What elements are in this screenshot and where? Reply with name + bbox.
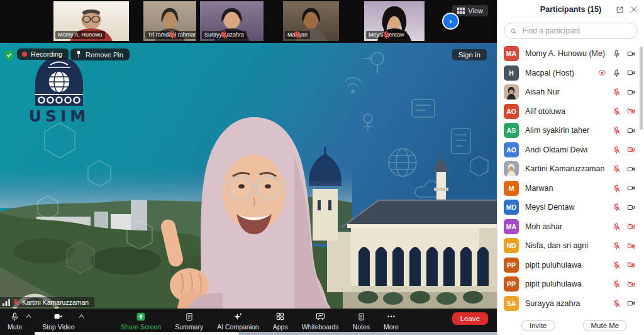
- participant-name: Surayya azahra: [525, 299, 580, 308]
- participants-scrollbar[interactable]: [640, 47, 643, 130]
- usim-logo-text: USIM: [29, 107, 90, 125]
- toolbar-share-screen[interactable]: Share Screen: [121, 310, 161, 331]
- camera-on-icon: [626, 69, 636, 77]
- participants-title: Participants (15): [540, 5, 601, 14]
- mic-muted-icon: [613, 126, 621, 135]
- recording-badge[interactable]: Recording: [17, 48, 69, 60]
- toolbar-notes-label: Notes: [353, 323, 370, 331]
- participant-row[interactable]: ASAlim syakirin taher: [497, 121, 644, 140]
- participant-row[interactable]: AOAlif otoluwa: [497, 102, 644, 122]
- toolbar-more-label: More: [384, 323, 399, 331]
- video-thumbnail[interactable]: Marwan: [283, 1, 339, 41]
- toolbar-mute[interactable]: Mute: [8, 310, 22, 331]
- toolbar-whiteboards[interactable]: Whiteboards: [302, 310, 339, 331]
- participant-row[interactable]: Aisah Nur: [497, 82, 644, 102]
- participant-status-icons: [613, 203, 644, 212]
- apps-icon: [275, 310, 285, 322]
- notes-icon: [357, 310, 365, 322]
- participant-row[interactable]: NDNisfa, dan sri agni: [497, 236, 644, 256]
- video-thumbnail[interactable]: Tri ramdani rahman: [143, 1, 196, 41]
- toolbar-stop-video[interactable]: Stop Video: [42, 310, 74, 331]
- participant-name: pipit puluhulawa: [525, 280, 582, 288]
- mic-muted-icon: [613, 222, 621, 231]
- mic-muted-icon: [13, 298, 19, 306]
- remove-pin-label: Remove Pin: [86, 51, 123, 59]
- thumbnail-name-label: Marwan: [285, 31, 310, 39]
- whiteboard-icon: [315, 310, 326, 322]
- meeting-toolbar: Mute Stop Video Share Screen Summary AI …: [0, 309, 497, 332]
- camera-off-icon: [626, 222, 636, 230]
- participant-avatar: M: [504, 181, 519, 196]
- participant-row[interactable]: PPpipit puluhulawa: [497, 256, 644, 275]
- participant-status-icons: [613, 241, 644, 250]
- participant-name: pipit puluhulawa: [525, 261, 582, 270]
- video-thumbnail[interactable]: Momy A. Hunowu: [53, 1, 129, 41]
- remove-pin-button[interactable]: Remove Pin: [70, 48, 130, 60]
- microphone-icon: [10, 310, 19, 322]
- video-thumbnail[interactable]: Surayya azahra: [200, 1, 264, 41]
- participant-name: Kartini Kamaruzzaman: [525, 164, 604, 173]
- toolbar-ai-companion-label: AI Companion: [217, 323, 259, 331]
- participants-header: Participants (15): [497, 0, 644, 19]
- toolbar-summary[interactable]: Summary: [175, 310, 203, 331]
- thumbnail-name-label: Momy A. Hunowu: [55, 31, 105, 39]
- participant-row[interactable]: AOAndi Oktami Dewi: [497, 140, 644, 160]
- participant-search-box[interactable]: [504, 23, 638, 39]
- search-icon: [510, 27, 518, 35]
- participant-row[interactable]: MMarwan: [497, 179, 644, 198]
- view-button[interactable]: View: [452, 5, 488, 16]
- mic-on-icon: [613, 69, 621, 77]
- toolbar-ai-companion[interactable]: AI Companion: [217, 310, 259, 331]
- participant-row[interactable]: MAMoh ashar: [497, 217, 644, 237]
- participant-row[interactable]: PPpipit puluhulawa: [497, 275, 644, 294]
- mic-muted-icon: [613, 280, 621, 288]
- participant-name: Macpal (Host): [525, 69, 574, 77]
- participant-avatar: ND: [504, 238, 519, 253]
- participant-avatar: AO: [504, 104, 519, 119]
- participants-panel: Participants (15) MAMomy A. Hunowu (Me)H…: [497, 0, 644, 335]
- toolbar-notes[interactable]: Notes: [353, 310, 370, 331]
- camera-on-icon: [626, 50, 636, 58]
- grid-view-icon: [457, 8, 465, 14]
- search-input[interactable]: [521, 26, 631, 36]
- popout-icon[interactable]: [616, 6, 624, 14]
- main-video-scene: USIM: [0, 43, 497, 309]
- participant-avatar: MD: [504, 200, 519, 215]
- mic-muted-icon: [613, 261, 621, 270]
- invite-button[interactable]: Invite: [521, 320, 555, 331]
- video-thumbnail[interactable]: Meysi Dentaw: [364, 1, 425, 41]
- mic-muted-icon: [613, 184, 621, 193]
- participant-row[interactable]: Kartini Kamaruzzaman: [497, 159, 644, 179]
- sign-in-button[interactable]: Sign in: [452, 49, 487, 60]
- participant-row[interactable]: HMacpal (Host): [497, 64, 644, 83]
- participant-avatar: MA: [504, 219, 519, 234]
- participant-name: Meysi Dentaw: [525, 203, 575, 212]
- participant-row[interactable]: MDMeysi Dentaw: [497, 198, 644, 217]
- toolbar-more[interactable]: More: [384, 310, 399, 331]
- camera-on-icon: [626, 127, 636, 135]
- view-button-label: View: [468, 7, 483, 14]
- more-dots-icon: [386, 310, 396, 322]
- mute-me-button[interactable]: Mute Me: [583, 320, 628, 331]
- participant-status-icons: [613, 299, 644, 308]
- participant-photo-avatar: [504, 161, 519, 176]
- participant-row[interactable]: MAMomy A. Hunowu (Me): [497, 44, 644, 64]
- chevron-up-icon[interactable]: [25, 312, 32, 320]
- camera-off-icon: [626, 145, 636, 154]
- participant-status-icons: [597, 69, 644, 77]
- video-filmstrip: Momy A. Hunowu Tri ramdani rahman Surayy…: [0, 0, 497, 43]
- participant-row[interactable]: SASurayya azahra: [497, 294, 644, 314]
- thumbnail-name-label: Surayya azahra: [202, 31, 247, 39]
- toolbar-apps[interactable]: Apps: [273, 310, 288, 331]
- chevron-up-icon[interactable]: [78, 312, 85, 320]
- leave-button[interactable]: Leave: [452, 312, 488, 325]
- mic-muted-icon: [366, 31, 407, 39]
- taskbar-sliver-gray: [239, 332, 497, 335]
- chevron-right-icon: ›: [449, 16, 452, 26]
- next-videos-button[interactable]: ›: [442, 13, 459, 30]
- mic-muted-icon: [613, 107, 621, 116]
- toolbar-left-cluster: Mute Stop Video: [8, 310, 75, 331]
- shield-check-icon: [4, 50, 14, 61]
- pushpin-icon: [75, 50, 82, 59]
- close-icon[interactable]: [630, 6, 638, 13]
